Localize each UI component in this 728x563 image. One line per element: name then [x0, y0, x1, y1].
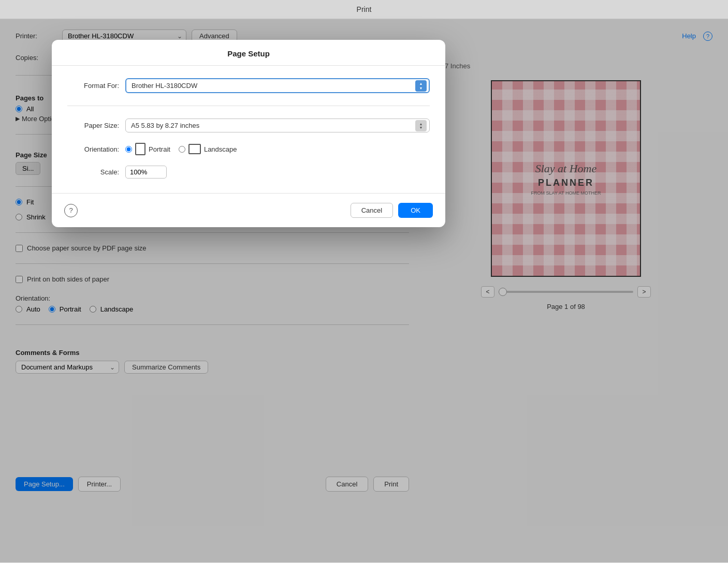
scale-label: Scale: — [67, 168, 119, 176]
paper-size-modal-select[interactable]: A5 5.83 by 8.27 inches — [125, 118, 430, 132]
scale-input[interactable] — [125, 166, 167, 179]
format-for-label: Format For: — [67, 82, 119, 90]
paper-size-modal-label: Paper Size: — [67, 122, 119, 129]
modal-title: Page Setup — [52, 40, 445, 66]
modal-body: Format For: Brother HL-3180CDW Paper Siz… — [52, 66, 445, 191]
modal-cancel-button[interactable]: Cancel — [351, 203, 393, 218]
modal-overlay: Page Setup Format For: Brother HL-3180CD… — [0, 19, 728, 562]
orientation-row: Orientation: Portrait Landscape — [67, 143, 430, 155]
paper-size-select-wrapper[interactable]: A5 5.83 by 8.27 inches — [125, 118, 430, 132]
modal-separator-1 — [67, 106, 430, 106]
landscape-modal-label: Landscape — [204, 145, 237, 153]
orientation-modal-label: Orientation: — [67, 145, 119, 153]
landscape-icon — [188, 144, 201, 154]
title-bar: Print — [0, 0, 728, 19]
modal-help-button[interactable]: ? — [64, 204, 78, 217]
orientation-group: Portrait Landscape — [125, 143, 237, 155]
portrait-option: Portrait — [125, 143, 170, 155]
page-setup-modal: Page Setup Format For: Brother HL-3180CD… — [52, 40, 445, 227]
portrait-modal-radio[interactable] — [125, 146, 132, 153]
window-title: Print — [357, 5, 372, 13]
modal-ok-button[interactable]: OK — [398, 203, 433, 218]
scale-row: Scale: — [67, 166, 430, 179]
portrait-icon — [135, 143, 145, 155]
print-dialog: Printer: Brother HL-3180CDW Advanced Hel… — [0, 19, 728, 562]
paper-size-row: Paper Size: A5 5.83 by 8.27 inches — [67, 118, 430, 132]
landscape-modal-radio[interactable] — [179, 146, 185, 153]
format-for-row: Format For: Brother HL-3180CDW — [67, 78, 430, 93]
format-for-select[interactable]: Brother HL-3180CDW — [125, 78, 430, 93]
modal-separator-bottom — [52, 193, 445, 194]
modal-footer: ? Cancel OK — [52, 196, 445, 227]
format-for-select-wrapper[interactable]: Brother HL-3180CDW — [125, 78, 430, 93]
landscape-option: Landscape — [179, 144, 237, 154]
portrait-modal-label: Portrait — [149, 145, 170, 153]
modal-actions: Cancel OK — [351, 203, 433, 218]
